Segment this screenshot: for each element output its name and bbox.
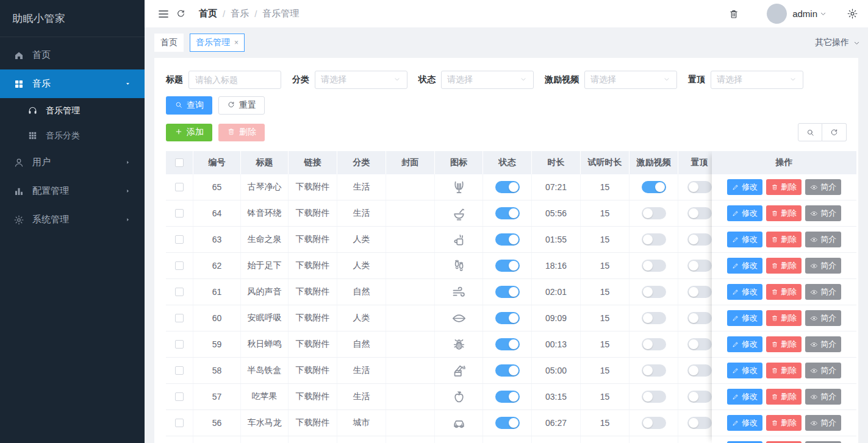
reward-video-toggle[interactable] xyxy=(642,312,666,324)
reward-video-toggle[interactable] xyxy=(642,260,666,272)
cell-link[interactable]: 下载附件 xyxy=(289,253,337,278)
edit-button[interactable]: 修改 xyxy=(727,415,762,431)
top-toggle[interactable] xyxy=(687,207,712,219)
title-input[interactable] xyxy=(188,71,281,89)
cell-link[interactable]: 下载附件 xyxy=(289,410,337,436)
sidebar-item-home[interactable]: 首页 xyxy=(0,41,145,69)
edit-button[interactable]: 修改 xyxy=(727,205,762,221)
breadcrumb-item[interactable]: 音乐管理 xyxy=(262,8,299,19)
edit-button[interactable]: 修改 xyxy=(727,179,762,195)
top-toggle[interactable] xyxy=(687,338,712,350)
cell-link[interactable]: 下载附件 xyxy=(289,200,337,226)
info-button[interactable]: 简介 xyxy=(805,232,841,247)
delete-button[interactable]: 删除 xyxy=(766,336,802,352)
top-toggle[interactable] xyxy=(687,181,712,193)
cell-link[interactable]: 下载附件 xyxy=(289,174,337,200)
cell-link[interactable]: 下载附件 xyxy=(289,305,337,331)
delete-button[interactable]: 删除 xyxy=(766,205,802,221)
reward-video-toggle[interactable] xyxy=(642,207,666,219)
delete-button[interactable]: 删除 xyxy=(766,284,802,300)
delete-button[interactable]: 删除 xyxy=(766,363,802,378)
status-toggle[interactable] xyxy=(495,364,520,377)
category-select[interactable]: 请选择 xyxy=(315,71,407,89)
sidebar-item-music-category[interactable]: 音乐分类 xyxy=(0,123,145,148)
reward-video-toggle[interactable] xyxy=(642,364,666,377)
edit-button[interactable]: 修改 xyxy=(727,363,762,378)
status-toggle[interactable] xyxy=(495,312,520,324)
row-checkbox[interactable] xyxy=(175,366,184,375)
row-checkbox[interactable] xyxy=(175,392,184,401)
avatar[interactable] xyxy=(767,4,787,24)
reward-video-toggle[interactable] xyxy=(642,286,666,298)
status-toggle[interactable] xyxy=(495,417,520,429)
top-toggle[interactable] xyxy=(687,233,712,246)
edit-button[interactable]: 修改 xyxy=(727,232,762,247)
status-toggle[interactable] xyxy=(495,233,520,246)
info-button[interactable]: 简介 xyxy=(805,258,841,274)
breadcrumb-item[interactable]: 音乐 xyxy=(231,8,249,19)
menu-fold-icon[interactable] xyxy=(155,5,172,23)
top-toggle[interactable] xyxy=(687,391,712,403)
top-toggle[interactable] xyxy=(687,364,712,377)
row-checkbox[interactable] xyxy=(175,314,184,322)
sidebar-item-system[interactable]: 系统管理 xyxy=(0,205,145,234)
status-toggle[interactable] xyxy=(495,181,520,193)
reward-video-toggle[interactable] xyxy=(642,233,666,246)
info-button[interactable]: 简介 xyxy=(805,310,841,326)
delete-button[interactable]: 删除 xyxy=(766,232,802,247)
trash-icon[interactable] xyxy=(725,5,742,23)
delete-button[interactable]: 删除 xyxy=(766,310,802,326)
row-checkbox[interactable] xyxy=(175,419,184,427)
status-toggle[interactable] xyxy=(495,338,520,350)
info-button[interactable]: 简介 xyxy=(805,284,841,300)
breadcrumb-item[interactable]: 首页 xyxy=(199,8,217,19)
cell-link[interactable]: 下载附件 xyxy=(289,384,337,409)
info-button[interactable]: 简介 xyxy=(805,389,841,405)
settings-gear-icon[interactable] xyxy=(844,5,861,23)
reward-video-toggle[interactable] xyxy=(642,181,666,193)
status-toggle[interactable] xyxy=(495,391,520,403)
table-refresh-button[interactable] xyxy=(822,123,847,141)
sidebar-item-music-manage[interactable]: 音乐管理 xyxy=(0,98,145,123)
row-checkbox[interactable] xyxy=(175,183,184,191)
edit-button[interactable]: 修改 xyxy=(727,336,762,352)
status-select[interactable]: 请选择 xyxy=(441,71,534,89)
reward-video-select[interactable]: 请选择 xyxy=(584,71,677,89)
select-all-checkbox[interactable] xyxy=(175,158,184,167)
chevron-down-icon[interactable] xyxy=(819,9,828,18)
sidebar-item-config[interactable]: 配置管理 xyxy=(0,177,145,205)
row-checkbox[interactable] xyxy=(175,288,184,296)
sidebar-item-music[interactable]: 音乐 xyxy=(0,69,145,98)
cell-link[interactable]: 下载附件 xyxy=(289,279,337,305)
refresh-icon[interactable] xyxy=(172,5,189,23)
add-button[interactable]: 添加 xyxy=(166,124,212,141)
close-tab-icon[interactable]: × xyxy=(234,39,239,46)
row-checkbox[interactable] xyxy=(175,235,184,244)
status-toggle[interactable] xyxy=(495,260,520,272)
edit-button[interactable]: 修改 xyxy=(727,389,762,405)
info-button[interactable]: 简介 xyxy=(805,205,841,221)
info-button[interactable]: 简介 xyxy=(805,179,841,195)
top-toggle[interactable] xyxy=(687,260,712,272)
top-toggle[interactable] xyxy=(687,312,712,324)
edit-button[interactable]: 修改 xyxy=(727,310,762,326)
delete-button[interactable]: 删除 xyxy=(766,258,802,274)
delete-button[interactable]: 删除 xyxy=(766,415,802,431)
edit-button[interactable]: 修改 xyxy=(727,284,762,300)
reward-video-toggle[interactable] xyxy=(642,338,666,350)
top-select[interactable]: 请选择 xyxy=(711,71,803,89)
delete-button[interactable]: 删除 xyxy=(766,179,802,195)
cell-link[interactable]: 下载附件 xyxy=(289,331,337,357)
more-actions-dropdown[interactable]: 其它操作 xyxy=(815,37,861,48)
tab-music-manage[interactable]: 音乐管理× xyxy=(190,34,245,52)
status-toggle[interactable] xyxy=(495,207,520,219)
status-toggle[interactable] xyxy=(495,286,520,298)
cell-link[interactable]: 下载附件 xyxy=(289,227,337,252)
info-button[interactable]: 简介 xyxy=(805,363,841,378)
reward-video-toggle[interactable] xyxy=(642,417,666,429)
reset-button[interactable]: 重置 xyxy=(218,96,265,115)
cell-link[interactable]: 下载附件 xyxy=(289,358,337,383)
row-checkbox[interactable] xyxy=(175,261,184,270)
search-button[interactable]: 查询 xyxy=(166,96,212,115)
bulk-delete-button[interactable]: 删除 xyxy=(218,124,265,141)
